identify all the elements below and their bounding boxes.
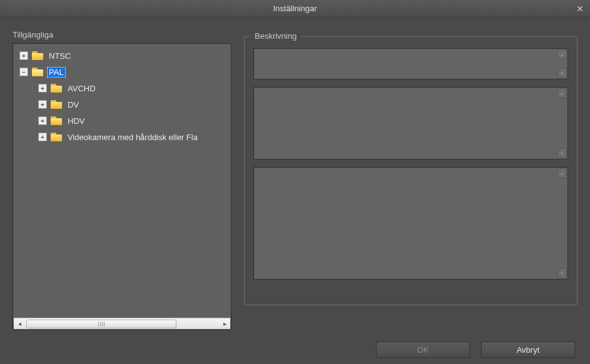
folder-icon: [51, 133, 62, 141]
close-icon[interactable]: ✕: [574, 3, 586, 15]
dialog-body: Tillgängliga + NTSC − PAL +: [0, 18, 590, 364]
expand-icon[interactable]: +: [38, 116, 47, 125]
tree: + NTSC − PAL + AVCHD: [13, 44, 231, 317]
page-down-icon[interactable]: ▾: [557, 68, 567, 78]
titlebar: Inställningar ✕: [0, 0, 590, 18]
folder-icon: [51, 100, 62, 109]
expand-icon[interactable]: +: [19, 51, 28, 60]
cancel-button[interactable]: Avbryt: [481, 341, 575, 358]
tree-label: Videokamera med hårddisk eller Fla: [66, 132, 200, 143]
folder-icon: [51, 116, 62, 125]
tree-label: DV: [66, 99, 81, 110]
scrollbar-track[interactable]: [25, 318, 219, 330]
tree-panel: + NTSC − PAL + AVCHD: [13, 43, 231, 330]
tree-item-avchd[interactable]: + AVCHD: [17, 80, 230, 96]
expand-icon[interactable]: +: [38, 84, 47, 93]
scrollbar-grip-icon: [98, 321, 104, 326]
tree-item-dv[interactable]: + DV: [17, 96, 230, 113]
description-box-1: ▴ ▾: [253, 48, 568, 79]
folder-icon: [32, 51, 43, 60]
folder-open-icon: [32, 68, 43, 76]
scroll-right-icon[interactable]: ▸: [219, 318, 230, 330]
tree-label: PAL: [47, 67, 66, 78]
description-box-3: ▴ ▾: [253, 167, 568, 280]
dialog-buttons: OK Avbryt: [13, 330, 577, 358]
expand-icon[interactable]: +: [38, 133, 47, 141]
horizontal-scrollbar[interactable]: ◂ ▸: [14, 318, 230, 329]
page-up-icon[interactable]: ▴: [557, 88, 567, 98]
folder-icon: [51, 84, 62, 93]
available-heading: Tillgängliga: [13, 30, 231, 39]
page-up-icon[interactable]: ▴: [557, 49, 567, 59]
scroll-left-icon[interactable]: ◂: [14, 318, 25, 330]
tree-label: NTSC: [47, 51, 73, 61]
description-box-2: ▴ ▾: [253, 87, 568, 159]
collapse-icon[interactable]: −: [19, 68, 28, 76]
tree-item-ntsc[interactable]: + NTSC: [17, 48, 230, 64]
tree-item-camera-hdd[interactable]: + Videokamera med hårddisk eller Fla: [17, 129, 230, 145]
page-down-icon[interactable]: ▾: [557, 148, 567, 158]
page-up-icon[interactable]: ▴: [557, 168, 567, 178]
tree-item-hdv[interactable]: + HDV: [17, 113, 230, 129]
scrollbar-thumb[interactable]: [26, 320, 176, 328]
description-fieldset: Beskrivning ▴ ▾ ▴ ▾: [244, 36, 577, 305]
window-title: Inställningar: [273, 4, 317, 13]
ok-button[interactable]: OK: [376, 341, 470, 358]
description-legend: Beskrivning: [251, 31, 300, 41]
page-down-icon[interactable]: ▾: [557, 268, 567, 278]
expand-icon[interactable]: +: [38, 100, 47, 109]
tree-label: AVCHD: [66, 83, 98, 94]
tree-item-pal[interactable]: − PAL: [17, 64, 230, 80]
tree-label: HDV: [66, 116, 86, 126]
